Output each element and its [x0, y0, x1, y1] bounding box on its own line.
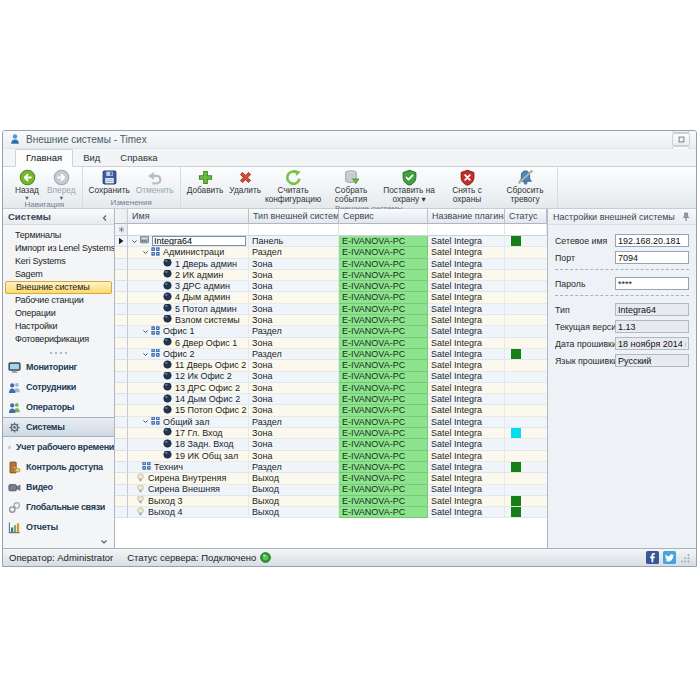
- table-row[interactable]: Офис 1РазделE-IVANOVA-PCSatel Integra: [115, 326, 547, 337]
- sidebar-item[interactable]: Keri Systems: [3, 255, 114, 268]
- cell-type: Раздел: [249, 462, 339, 473]
- row-header-cell: [115, 360, 128, 371]
- delete-button[interactable]: Удалить: [226, 168, 264, 195]
- title-bar[interactable]: Внешние системы - Timex: [3, 131, 696, 149]
- table-row[interactable]: 13 ДРС Офис 2ЗонаE-IVANOVA-PCSatel Integ…: [115, 383, 547, 394]
- table-row[interactable]: 17 Гл. ВходЗонаE-IVANOVA-PCSatel Integra: [115, 428, 547, 439]
- nav-item-employees[interactable]: Сотрудники: [3, 377, 114, 397]
- reset-alarm-button[interactable]: Сбросить тревогу: [496, 168, 554, 204]
- sidebar-item[interactable]: Внешние системы: [5, 281, 112, 294]
- column-header[interactable]: Статус: [505, 209, 547, 224]
- pin-icon[interactable]: [681, 208, 691, 226]
- resize-grip[interactable]: [680, 553, 690, 563]
- field-input[interactable]: [615, 251, 689, 264]
- cell-status: [505, 394, 547, 405]
- nav-item-access[interactable]: Контроль доступа: [3, 457, 114, 477]
- sidebar-item[interactable]: Фотоверификация: [3, 333, 114, 346]
- collect-events-icon: [343, 169, 360, 186]
- forward-button[interactable]: Вперед▾: [44, 168, 79, 200]
- filter-cell[interactable]: [339, 224, 428, 236]
- ribbon-tab[interactable]: Справка: [110, 150, 167, 166]
- column-header[interactable]: Имя: [128, 209, 249, 224]
- field-input[interactable]: [615, 277, 689, 290]
- table-row[interactable]: 3 ДРС админЗонаE-IVANOVA-PCSatel Integra: [115, 281, 547, 292]
- table-row[interactable]: 2 ИК админЗонаE-IVANOVA-PCSatel Integra: [115, 270, 547, 281]
- sidebar-item[interactable]: Sagem: [3, 268, 114, 281]
- table-row[interactable]: 5 Потол админЗонаE-IVANOVA-PCSatel Integ…: [115, 304, 547, 315]
- collect-events-button[interactable]: Собрать события: [322, 168, 380, 204]
- table-row[interactable]: 4 Дым админЗонаE-IVANOVA-PCSatel Integra: [115, 292, 547, 303]
- chevron-down-icon[interactable]: [100, 538, 108, 546]
- nav-item-monitoring[interactable]: Мониторинг: [3, 357, 114, 377]
- sidebar-item[interactable]: Терминалы: [3, 229, 114, 242]
- nav-item-reports[interactable]: Отчеты: [3, 517, 114, 537]
- expand-arrow[interactable]: [141, 249, 150, 256]
- add-button[interactable]: Добавить: [184, 168, 227, 195]
- collapse-left-icon[interactable]: [101, 209, 109, 226]
- nav-item-links[interactable]: Глобальные связи: [3, 497, 114, 517]
- twitter-icon[interactable]: [663, 551, 676, 564]
- expand-arrow[interactable]: [141, 328, 150, 335]
- arm-button[interactable]: Поставить на охрану ▾: [380, 168, 438, 204]
- facebook-icon[interactable]: [646, 551, 659, 564]
- table-row[interactable]: 18 Задн. ВходЗонаE-IVANOVA-PCSatel Integ…: [115, 439, 547, 450]
- save-button[interactable]: Сохранить: [86, 168, 133, 195]
- table-row[interactable]: 6 Двер Офис 1ЗонаE-IVANOVA-PCSatel Integ…: [115, 338, 547, 349]
- table-row[interactable]: 1 Дверь админЗонаE-IVANOVA-PCSatel Integ…: [115, 259, 547, 270]
- expand-arrow[interactable]: [130, 238, 139, 245]
- column-header[interactable]: Название плагина: [428, 209, 505, 224]
- nav-item-systems[interactable]: Системы: [3, 417, 114, 437]
- name-editor-input[interactable]: [152, 236, 246, 246]
- table-row[interactable]: Выход 3ВыходE-IVANOVA-PCSatel Integra: [115, 496, 547, 507]
- row-header-cell: [115, 247, 128, 258]
- expand-arrow[interactable]: [141, 418, 150, 425]
- read-config-button[interactable]: Считать конфигурацию: [264, 168, 322, 204]
- table-row[interactable]: ТехничРазделE-IVANOVA-PCSatel Integra: [115, 462, 547, 473]
- filter-cell[interactable]: [128, 224, 249, 236]
- table-row[interactable]: 15 Потоп Офис 2ЗонаE-IVANOVA-PCSatel Int…: [115, 405, 547, 416]
- row-header-cell: [115, 451, 128, 462]
- sidebar-item[interactable]: Рабочие станции: [3, 294, 114, 307]
- undo-button[interactable]: Отменить: [133, 168, 177, 195]
- pin-icon[interactable]: [681, 212, 691, 222]
- ribbon-tab[interactable]: Главная: [15, 149, 73, 167]
- ribbon-group: СохранитьОтменитьИзменения: [83, 167, 181, 208]
- table-row[interactable]: Общий залРазделE-IVANOVA-PCSatel Integra: [115, 417, 547, 428]
- nav-item-time[interactable]: Учет рабочего времени: [3, 437, 114, 457]
- column-header[interactable]: Сервис: [339, 209, 428, 224]
- sidebar-item[interactable]: Операции: [3, 307, 114, 320]
- table-row[interactable]: Сирена ВнутреняяВыходE-IVANOVA-PCSatel I…: [115, 473, 547, 484]
- facebook-icon[interactable]: [646, 551, 659, 564]
- field-input[interactable]: [615, 234, 689, 247]
- column-header[interactable]: Тип внешней системы: [249, 209, 339, 224]
- expand-arrow[interactable]: [141, 351, 150, 358]
- sidebar-item[interactable]: Настройки: [3, 320, 114, 333]
- table-row[interactable]: 12 Ик Офис 2ЗонаE-IVANOVA-PCSatel Integr…: [115, 372, 547, 383]
- collapse-left-icon[interactable]: [101, 214, 109, 222]
- ribbon-tab[interactable]: Вид: [73, 150, 110, 166]
- sidebar-group-header[interactable]: Системы: [3, 209, 114, 225]
- filter-cell[interactable]: [249, 224, 339, 236]
- disarm-button[interactable]: Снять с охраны: [438, 168, 496, 204]
- maximize-button[interactable]: [672, 133, 690, 146]
- filter-cell[interactable]: [505, 224, 547, 236]
- table-row[interactable]: 14 Дым Офис 2ЗонаE-IVANOVA-PCSatel Integ…: [115, 394, 547, 405]
- sidebar-splitter[interactable]: [3, 348, 114, 357]
- cell-plugin: Satel Integra: [428, 338, 505, 349]
- table-row[interactable]: 11 Дверь Офис 2ЗонаE-IVANOVA-PCSatel Int…: [115, 360, 547, 371]
- filter-cell[interactable]: [428, 224, 505, 236]
- nav-item-video[interactable]: Видео: [3, 477, 114, 497]
- table-row[interactable]: АдминистрациРазделE-IVANOVA-PCSatel Inte…: [115, 247, 547, 258]
- nav-item-label: Отчеты: [26, 522, 58, 532]
- table-row[interactable]: 19 ИК Общ залЗонаE-IVANOVA-PCSatel Integ…: [115, 451, 547, 462]
- app-icon: [9, 133, 21, 145]
- table-row[interactable]: ПанельE-IVANOVA-PCSatel Integra: [115, 236, 547, 247]
- table-row[interactable]: Сирена ВнешняяВыходE-IVANOVA-PCSatel Int…: [115, 485, 547, 496]
- nav-item-operators[interactable]: Операторы: [3, 397, 114, 417]
- table-row[interactable]: Выход 4ВыходE-IVANOVA-PCSatel Integra: [115, 507, 547, 518]
- table-row[interactable]: Офис 2РазделE-IVANOVA-PCSatel Integra: [115, 349, 547, 360]
- table-row[interactable]: Взлом системыЗонаE-IVANOVA-PCSatel Integ…: [115, 315, 547, 326]
- back-button[interactable]: Назад▾: [10, 168, 44, 200]
- sidebar-item[interactable]: Импорт из Lenel Systems: [3, 242, 114, 255]
- twitter-icon[interactable]: [663, 551, 676, 564]
